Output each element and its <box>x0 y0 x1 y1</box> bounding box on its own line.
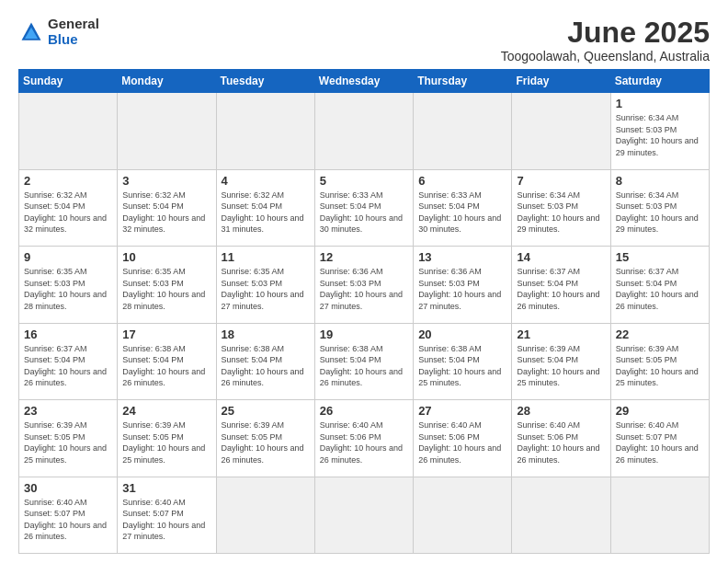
calendar-cell: 27Sunrise: 6:40 AMSunset: 5:06 PMDayligh… <box>414 400 512 477</box>
calendar-week-1: 2Sunrise: 6:32 AMSunset: 5:04 PMDaylight… <box>19 169 710 246</box>
day-info: Sunrise: 6:37 AMSunset: 5:04 PMDaylight:… <box>517 266 605 312</box>
day-number: 14 <box>517 250 605 264</box>
logo-blue: Blue <box>48 32 99 48</box>
calendar-cell <box>216 477 314 553</box>
weekday-header-monday: Monday <box>118 70 216 93</box>
day-info: Sunrise: 6:40 AMSunset: 5:07 PMDaylight:… <box>616 419 704 465</box>
calendar-cell: 21Sunrise: 6:39 AMSunset: 5:04 PMDayligh… <box>512 323 610 399</box>
calendar-cell: 28Sunrise: 6:40 AMSunset: 5:06 PMDayligh… <box>512 400 610 477</box>
day-number: 15 <box>616 250 704 264</box>
weekday-header-row: SundayMondayTuesdayWednesdayThursdayFrid… <box>19 70 710 93</box>
day-info: Sunrise: 6:33 AMSunset: 5:04 PMDaylight:… <box>320 190 408 236</box>
day-number: 25 <box>222 404 310 418</box>
day-number: 24 <box>122 404 210 418</box>
day-number: 8 <box>616 174 704 188</box>
day-number: 18 <box>222 327 310 341</box>
day-info: Sunrise: 6:35 AMSunset: 5:03 PMDaylight:… <box>222 266 310 312</box>
day-number: 28 <box>517 404 605 418</box>
calendar-cell: 12Sunrise: 6:36 AMSunset: 5:03 PMDayligh… <box>314 247 413 323</box>
day-info: Sunrise: 6:40 AMSunset: 5:06 PMDaylight:… <box>418 419 506 465</box>
day-info: Sunrise: 6:39 AMSunset: 5:05 PMDaylight:… <box>24 419 112 465</box>
calendar-cell: 24Sunrise: 6:39 AMSunset: 5:05 PMDayligh… <box>118 400 216 477</box>
calendar-cell: 30Sunrise: 6:40 AMSunset: 5:07 PMDayligh… <box>19 477 118 553</box>
day-number: 21 <box>517 327 605 341</box>
page: General Blue June 2025 Toogoolawah, Quee… <box>0 0 728 563</box>
day-number: 31 <box>122 481 210 495</box>
weekday-header-friday: Friday <box>512 70 610 93</box>
day-info: Sunrise: 6:38 AMSunset: 5:04 PMDaylight:… <box>122 343 210 389</box>
calendar-cell: 1Sunrise: 6:34 AMSunset: 5:03 PMDaylight… <box>610 93 709 169</box>
day-info: Sunrise: 6:38 AMSunset: 5:04 PMDaylight:… <box>222 343 310 389</box>
calendar-cell: 18Sunrise: 6:38 AMSunset: 5:04 PMDayligh… <box>216 323 314 399</box>
day-info: Sunrise: 6:40 AMSunset: 5:07 PMDaylight:… <box>24 497 112 543</box>
day-info: Sunrise: 6:38 AMSunset: 5:04 PMDaylight:… <box>320 343 408 389</box>
calendar-cell: 16Sunrise: 6:37 AMSunset: 5:04 PMDayligh… <box>19 323 118 399</box>
calendar-cell <box>414 477 512 553</box>
day-number: 22 <box>616 327 704 341</box>
calendar-week-0: 1Sunrise: 6:34 AMSunset: 5:03 PMDaylight… <box>19 93 710 169</box>
calendar-cell <box>314 477 413 553</box>
day-info: Sunrise: 6:34 AMSunset: 5:03 PMDaylight:… <box>616 112 704 158</box>
day-number: 10 <box>122 250 210 264</box>
day-number: 26 <box>320 404 408 418</box>
calendar-cell: 15Sunrise: 6:37 AMSunset: 5:04 PMDayligh… <box>610 247 709 323</box>
weekday-header-wednesday: Wednesday <box>314 70 413 93</box>
day-info: Sunrise: 6:38 AMSunset: 5:04 PMDaylight:… <box>418 343 506 389</box>
day-info: Sunrise: 6:39 AMSunset: 5:05 PMDaylight:… <box>222 419 310 465</box>
day-number: 4 <box>222 174 310 188</box>
day-number: 1 <box>616 97 704 110</box>
calendar-cell <box>512 93 610 169</box>
day-number: 3 <box>122 174 210 188</box>
month-title: June 2025 <box>501 17 710 49</box>
day-number: 6 <box>418 174 506 188</box>
day-number: 16 <box>24 327 112 341</box>
calendar-cell: 6Sunrise: 6:33 AMSunset: 5:04 PMDaylight… <box>414 169 512 246</box>
logo-text: General Blue <box>48 17 99 47</box>
weekday-header-saturday: Saturday <box>610 70 709 93</box>
calendar-cell: 7Sunrise: 6:34 AMSunset: 5:03 PMDaylight… <box>512 169 610 246</box>
day-number: 23 <box>24 404 112 418</box>
day-info: Sunrise: 6:35 AMSunset: 5:03 PMDaylight:… <box>122 266 210 312</box>
header: General Blue June 2025 Toogoolawah, Quee… <box>18 17 710 63</box>
calendar-cell <box>118 93 216 169</box>
calendar-cell: 10Sunrise: 6:35 AMSunset: 5:03 PMDayligh… <box>118 247 216 323</box>
calendar-cell <box>19 93 118 169</box>
day-info: Sunrise: 6:32 AMSunset: 5:04 PMDaylight:… <box>222 190 310 236</box>
logo-icon <box>18 19 44 45</box>
calendar-week-2: 9Sunrise: 6:35 AMSunset: 5:03 PMDaylight… <box>19 247 710 323</box>
weekday-header-thursday: Thursday <box>414 70 512 93</box>
calendar-cell: 14Sunrise: 6:37 AMSunset: 5:04 PMDayligh… <box>512 247 610 323</box>
logo: General Blue <box>18 17 99 47</box>
day-info: Sunrise: 6:37 AMSunset: 5:04 PMDaylight:… <box>24 343 112 389</box>
day-info: Sunrise: 6:39 AMSunset: 5:05 PMDaylight:… <box>616 343 704 389</box>
day-info: Sunrise: 6:34 AMSunset: 5:03 PMDaylight:… <box>517 190 605 236</box>
calendar-cell: 26Sunrise: 6:40 AMSunset: 5:06 PMDayligh… <box>314 400 413 477</box>
day-info: Sunrise: 6:37 AMSunset: 5:04 PMDaylight:… <box>616 266 704 312</box>
logo-general: General <box>48 17 99 32</box>
day-number: 13 <box>418 250 506 264</box>
calendar-cell: 31Sunrise: 6:40 AMSunset: 5:07 PMDayligh… <box>118 477 216 553</box>
calendar: SundayMondayTuesdayWednesdayThursdayFrid… <box>18 69 710 554</box>
calendar-cell: 19Sunrise: 6:38 AMSunset: 5:04 PMDayligh… <box>314 323 413 399</box>
calendar-week-3: 16Sunrise: 6:37 AMSunset: 5:04 PMDayligh… <box>19 323 710 399</box>
day-info: Sunrise: 6:35 AMSunset: 5:03 PMDaylight:… <box>24 266 112 312</box>
day-info: Sunrise: 6:34 AMSunset: 5:03 PMDaylight:… <box>616 190 704 236</box>
calendar-cell <box>414 93 512 169</box>
day-info: Sunrise: 6:32 AMSunset: 5:04 PMDaylight:… <box>122 190 210 236</box>
calendar-cell: 23Sunrise: 6:39 AMSunset: 5:05 PMDayligh… <box>19 400 118 477</box>
calendar-cell: 8Sunrise: 6:34 AMSunset: 5:03 PMDaylight… <box>610 169 709 246</box>
calendar-cell <box>512 477 610 553</box>
day-number: 17 <box>122 327 210 341</box>
day-number: 7 <box>517 174 605 188</box>
day-number: 20 <box>418 327 506 341</box>
day-info: Sunrise: 6:36 AMSunset: 5:03 PMDaylight:… <box>418 266 506 312</box>
location-title: Toogoolawah, Queensland, Australia <box>501 49 710 63</box>
calendar-cell: 2Sunrise: 6:32 AMSunset: 5:04 PMDaylight… <box>19 169 118 246</box>
day-number: 9 <box>24 250 112 264</box>
calendar-cell <box>216 93 314 169</box>
calendar-cell: 25Sunrise: 6:39 AMSunset: 5:05 PMDayligh… <box>216 400 314 477</box>
calendar-week-4: 23Sunrise: 6:39 AMSunset: 5:05 PMDayligh… <box>19 400 710 477</box>
day-number: 2 <box>24 174 112 188</box>
day-number: 12 <box>320 250 408 264</box>
calendar-cell: 11Sunrise: 6:35 AMSunset: 5:03 PMDayligh… <box>216 247 314 323</box>
